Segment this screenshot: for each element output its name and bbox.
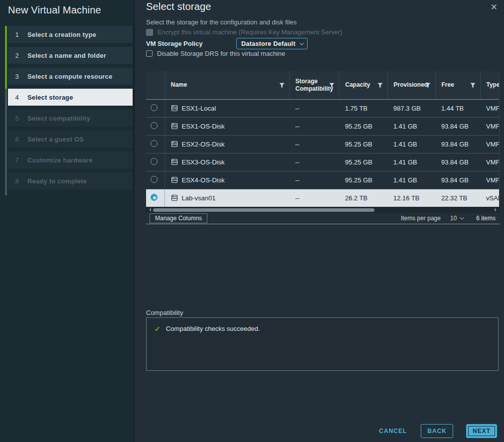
cell-storage-compatibility: -- (289, 189, 339, 207)
filter-icon[interactable] (377, 82, 383, 88)
cell-provisioned: 12.16 TB (387, 189, 435, 207)
cell-provisioned: 987.3 GB (387, 99, 435, 117)
datastore-row[interactable]: ESX2-OS-Disk -- 95.25 GB 1.41 GB 93.84 G… (146, 135, 500, 153)
step-select-name-folder[interactable]: 2 Select a name and folder (8, 47, 133, 64)
step-number: 3 (13, 73, 21, 80)
datastore-row[interactable]: ESX1-Local -- 1.75 TB 987.3 GB 1.44 TB V… (146, 99, 500, 117)
items-count: 6 items (476, 215, 496, 222)
datastore-name: Lab-vsan01 (182, 194, 216, 202)
step-label: Select a guest OS (27, 136, 84, 143)
cell-free: 22.32 TB (435, 189, 480, 207)
step-label: Ready to complete (27, 177, 87, 185)
datastore-row[interactable]: ESX3-OS-Disk -- 95.25 GB 1.41 GB 93.84 G… (146, 153, 500, 171)
items-per-page-select[interactable]: 10 (450, 215, 463, 222)
cell-type: vSAN (480, 189, 500, 207)
datastore-icon (171, 176, 178, 183)
step-ready-to-complete: 8 Ready to complete (8, 172, 133, 189)
cell-free: 93.84 GB (435, 153, 480, 171)
datastore-icon (171, 141, 178, 147)
row-radio[interactable] (151, 176, 158, 183)
row-radio[interactable] (151, 158, 158, 165)
chevron-down-icon (300, 41, 304, 45)
cell-storage-compatibility: -- (289, 117, 339, 135)
cell-type: VMFS (480, 99, 500, 117)
back-button[interactable]: BACK (421, 424, 453, 438)
datastore-name: ESX3-OS-Disk (182, 158, 225, 166)
filter-icon[interactable] (279, 82, 285, 88)
cell-capacity: 95.25 GB (339, 135, 387, 153)
datastore-name: ESX1-Local (182, 105, 216, 112)
datastore-name: ESX4-OS-Disk (182, 176, 225, 184)
grid-header-type[interactable]: Type (480, 71, 500, 99)
datastore-icon (171, 123, 178, 130)
step-number: 1 (13, 31, 21, 38)
grid-footer: Manage Columns Items per page 10 6 items (146, 213, 500, 224)
step-select-compute-resource[interactable]: 3 Select a compute resource (8, 68, 133, 85)
cell-storage-compatibility: -- (289, 153, 339, 171)
cell-free: 1.44 TB (435, 99, 480, 117)
encrypt-label: Encrypt this virtual machine (Requires K… (158, 28, 342, 36)
step-number: 8 (13, 177, 21, 185)
step-customize-hardware: 7 Customize hardware (8, 151, 133, 168)
cancel-button[interactable]: CANCEL (378, 425, 408, 438)
step-number: 5 (13, 115, 21, 122)
step-select-creation-type[interactable]: 1 Select a creation type (8, 26, 133, 43)
step-select-guest-os: 6 Select a guest OS (8, 131, 133, 147)
row-radio[interactable] (151, 140, 158, 147)
datastore-row[interactable]: ESX1-OS-Disk -- 95.25 GB 1.41 GB 93.84 G… (146, 117, 500, 135)
cell-storage-compatibility: -- (289, 171, 339, 189)
cell-provisioned: 1.41 GB (387, 135, 435, 153)
datastore-icon (171, 105, 178, 112)
compatibility-panel: ✓ Compatibility checks succeeded. (146, 317, 499, 371)
grid-header-row: Name Storage Compatibility Capacity (146, 71, 500, 99)
cell-provisioned: 1.41 GB (387, 153, 435, 171)
vm-storage-policy-dropdown[interactable]: Datastore Default (236, 38, 308, 49)
page-title: Select storage (146, 1, 211, 12)
grid-header-name[interactable]: Name (165, 71, 289, 99)
step-select-storage[interactable]: 4 Select storage (8, 89, 133, 106)
grid-header-select (146, 71, 165, 99)
step-select-compatibility: 5 Select compatibility (8, 110, 133, 127)
wizard-actions: CANCEL BACK NEXT (378, 424, 497, 438)
next-button[interactable]: NEXT (466, 424, 497, 438)
row-radio[interactable] (151, 122, 158, 129)
datastore-row[interactable]: ESX4-OS-Disk -- 95.25 GB 1.41 GB 93.84 G… (146, 171, 500, 189)
row-radio-selected[interactable] (151, 194, 158, 201)
step-number: 2 (13, 52, 21, 59)
wizard-title: New Virtual Machine (0, 0, 134, 20)
grid-header-storage-compatibility[interactable]: Storage Compatibility (289, 71, 339, 99)
scroll-right-icon[interactable] (495, 208, 499, 212)
disable-drs-row: Disable Storage DRS for this virtual mac… (146, 50, 285, 57)
disable-drs-checkbox[interactable] (146, 50, 153, 57)
grid-header-capacity[interactable]: Capacity (339, 71, 387, 99)
scroll-left-icon[interactable] (147, 208, 151, 212)
encrypt-option-row: Encrypt this virtual machine (Requires K… (146, 28, 342, 36)
vm-storage-policy-label: VM Storage Policy (146, 40, 236, 47)
filter-icon[interactable] (425, 82, 431, 88)
row-radio[interactable] (151, 104, 158, 111)
cell-type: VMFS (480, 171, 500, 189)
close-icon[interactable]: ✕ (491, 3, 498, 11)
scrollbar-thumb[interactable] (153, 208, 374, 212)
cell-type: VMFS (480, 135, 500, 153)
grid-horizontal-scrollbar[interactable] (146, 207, 500, 213)
datastore-row-selected[interactable]: Lab-vsan01 -- 26.2 TB 12.16 TB 22.32 TB … (146, 189, 500, 207)
disable-drs-label: Disable Storage DRS for this virtual mac… (157, 50, 285, 57)
cell-storage-compatibility: -- (289, 135, 339, 153)
manage-columns-button[interactable]: Manage Columns (150, 213, 207, 223)
compatibility-message: Compatibility checks succeeded. (166, 324, 260, 333)
step-label: Select compatibility (27, 115, 90, 122)
datastore-icon (171, 194, 178, 201)
datastore-grid: Name Storage Compatibility Capacity (146, 71, 500, 207)
cell-provisioned: 1.41 GB (387, 171, 435, 189)
grid-header-free[interactable]: Free (435, 71, 480, 99)
step-number: 4 (13, 94, 21, 101)
page-subtitle: Select the storage for the configuration… (146, 18, 297, 26)
grid-pager: Items per page 10 6 items (401, 215, 500, 222)
grid-header-provisioned[interactable]: Provisioned (387, 71, 435, 99)
filter-icon[interactable] (329, 82, 335, 88)
filter-icon[interactable] (470, 82, 476, 88)
compatibility-label: Compatibility (146, 309, 183, 316)
chevron-down-icon (460, 215, 464, 219)
progress-rail-pending (5, 89, 7, 195)
